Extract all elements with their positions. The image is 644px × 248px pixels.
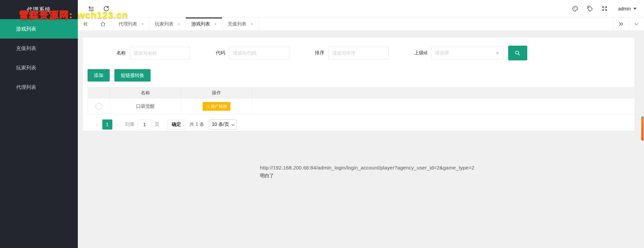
search-button[interactable] (508, 46, 527, 60)
navbar-right: admin (568, 0, 644, 17)
total-count-label: 共 1 条 (190, 121, 204, 128)
table-toolbar: 添加 短链接转换 (88, 69, 635, 82)
tabbar-spacer (259, 17, 613, 31)
sidebar-item-agent-list[interactable]: 代理列表 (0, 78, 78, 97)
close-icon[interactable] (214, 21, 217, 27)
table-row: 口袋觉醒 推广链接 (88, 99, 635, 114)
tab-label: 充值列表 (228, 21, 247, 27)
header-action-column: 操作 (181, 87, 252, 99)
chevron-down-icon (231, 122, 235, 126)
tabs-scroll-left-icon[interactable] (78, 17, 93, 31)
filter-form: 名称 代码 排序 上级id 请选择 (83, 38, 635, 60)
row-select-cell (88, 99, 110, 114)
tabs-menu-icon[interactable] (629, 17, 644, 31)
field-label: 排序 (315, 50, 324, 56)
header-name-column: 名称 (110, 87, 181, 99)
code-input[interactable] (229, 47, 289, 59)
current-page[interactable]: 1 (102, 119, 112, 130)
sidebar-item-player-list[interactable]: 玩家列表 (0, 58, 78, 78)
main-area: admin 代理列表 玩家列表 游戏列表 (78, 0, 644, 248)
filter-field-sort: 排序 (315, 47, 389, 59)
sidebar-item-game-list[interactable]: 游戏列表 (0, 19, 78, 39)
tab-player-list[interactable]: 玩家列表 (150, 17, 186, 31)
select-placeholder: 请选择 (435, 50, 449, 56)
fullscreen-icon[interactable] (597, 0, 612, 17)
close-icon[interactable] (178, 21, 180, 27)
promo-link-label: 推广链接 (211, 104, 227, 109)
refresh-icon[interactable] (99, 0, 113, 17)
shortlink-convert-button[interactable]: 短链接转换 (114, 69, 151, 82)
name-input[interactable] (130, 47, 190, 59)
page-number-input[interactable] (138, 119, 151, 130)
tab-home[interactable] (93, 17, 113, 31)
tabs-scroll-right-icon[interactable] (613, 17, 629, 31)
tab-label: 玩家列表 (155, 21, 174, 27)
row-action-cell: 推广链接 (181, 99, 252, 114)
filter-field-name: 名称 (116, 47, 190, 59)
username: admin (618, 6, 631, 11)
filter-field-code: 代码 (216, 47, 289, 59)
theme-palette-icon[interactable] (568, 0, 583, 17)
tab-recharge-list[interactable]: 充值列表 (222, 17, 259, 31)
star-icon (206, 104, 210, 109)
game-table: 名称 操作 口袋觉醒 推广链接 (88, 87, 635, 114)
chevron-down-icon (496, 52, 499, 54)
tab-bar: 代理列表 玩家列表 游戏列表 充值列表 (78, 17, 644, 31)
tab-agent-list[interactable]: 代理列表 (113, 17, 150, 31)
row-empty-cell (252, 99, 635, 114)
tab-game-list[interactable]: 游戏列表 (186, 17, 222, 31)
got-it-button[interactable]: 明白了 (260, 173, 474, 179)
close-icon[interactable] (251, 21, 253, 27)
chevron-down-icon (633, 8, 637, 10)
prev-page-icon[interactable]: ‹ (93, 119, 101, 130)
tab-label: 代理列表 (118, 21, 137, 27)
vertical-scrollbar-thumb[interactable] (641, 116, 644, 141)
row-name-cell: 口袋觉醒 (110, 99, 181, 114)
navbar-left (78, 0, 113, 17)
field-label: 名称 (116, 50, 126, 56)
per-page-value: 10 条/页 (212, 121, 229, 128)
tab-label: 游戏列表 (191, 21, 210, 27)
promo-link-button[interactable]: 推广链接 (203, 102, 230, 111)
promo-url-text: http://192.168.200.66:84/admin_login/log… (260, 165, 474, 170)
sidebar: 代理系统 游戏列表 充值列表 玩家列表 代理列表 (0, 0, 78, 248)
app-window: 代理系统 游戏列表 充值列表 玩家列表 代理列表 (0, 0, 644, 248)
parent-id-select[interactable]: 请选择 (431, 47, 503, 59)
header-select-column (88, 87, 110, 99)
add-button[interactable]: 添加 (88, 69, 110, 82)
game-list-panel: 名称 代码 排序 上级id 请选择 (83, 38, 635, 131)
row-radio[interactable] (96, 103, 102, 110)
sort-input[interactable] (328, 47, 389, 59)
sidebar-menu: 游戏列表 充值列表 玩家列表 代理列表 (0, 19, 78, 97)
confirm-page-button[interactable]: 确定 (167, 119, 185, 130)
tag-icon[interactable] (583, 0, 597, 17)
next-page-icon[interactable]: › (114, 119, 122, 130)
promo-url-overlay: http://192.168.200.66:84/admin_login/log… (260, 165, 474, 179)
app-title: 代理系统 (0, 0, 78, 19)
close-icon[interactable] (141, 21, 144, 27)
page-unit-label: 页 (155, 121, 159, 128)
collapse-menu-icon[interactable] (84, 0, 99, 17)
sidebar-item-recharge-list[interactable]: 充值列表 (0, 39, 78, 58)
content-area: 名称 代码 排序 上级id 请选择 (78, 31, 644, 248)
goto-label: 到第 (125, 121, 135, 128)
table-header: 名称 操作 (88, 87, 635, 99)
pagination: ‹ 1 › 到第 页 确定 共 1 条 10 条/页 (93, 119, 635, 130)
user-menu[interactable]: admin (618, 6, 637, 11)
per-page-select[interactable]: 10 条/页 (209, 119, 237, 130)
header-empty-column (252, 87, 635, 99)
filter-field-parent-id: 上级id 请选择 (414, 47, 503, 59)
top-navbar: admin (78, 0, 644, 17)
field-label: 上级id (414, 50, 427, 56)
field-label: 代码 (216, 50, 225, 56)
